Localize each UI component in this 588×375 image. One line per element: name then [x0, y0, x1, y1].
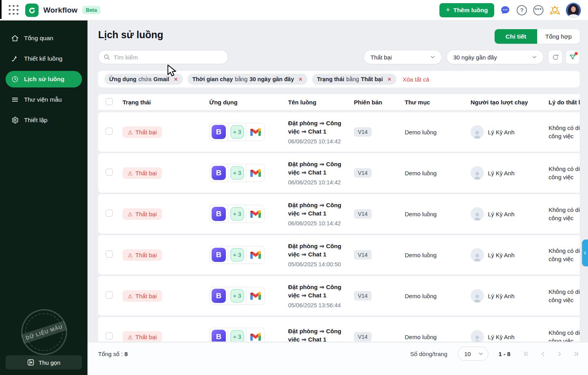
table-header-row: Trạng thái Ứng dụng Tên luồng Phiên bản … — [98, 94, 580, 110]
sidebar: Tổng quan Thiết kế luồng Lịch sử luồng T… — [0, 20, 87, 375]
app-title: Workflow — [43, 6, 78, 15]
column-header-creator: Người tạo lượt chạy — [471, 99, 549, 106]
workflow-logo-icon — [25, 4, 39, 17]
status-filter-dropdown[interactable]: Thất bại — [364, 50, 442, 64]
sidebar-item-label: Tổng quan — [24, 35, 53, 42]
table-row[interactable]: Thất bại B + 3 Đặt phòng ⇒ Công việc ⇒ C… — [98, 276, 580, 316]
more-apps-badge: + 3 — [231, 166, 244, 180]
gmail-icon — [250, 251, 261, 259]
total-count: Tổng số : 8 — [98, 351, 128, 357]
last-page-button[interactable] — [572, 350, 580, 358]
whats-new-icon[interactable] — [549, 5, 560, 16]
prev-page-button[interactable] — [539, 350, 547, 358]
sidebar-item-label: Thiết kế luồng — [24, 55, 62, 62]
gmail-icon — [250, 292, 261, 300]
more-options-icon[interactable]: ••• — [533, 5, 544, 16]
plus-icon: + — [446, 6, 450, 13]
fail-reason: Không có dữ liệu công việc — [549, 206, 580, 222]
fail-reason: Không có dữ liệu công việc — [549, 329, 580, 342]
sidebar-item-label: Thiết lập — [24, 117, 47, 124]
creator-avatar — [471, 207, 484, 221]
row-checkbox[interactable] — [106, 210, 113, 217]
row-checkbox[interactable] — [106, 291, 113, 299]
select-all-checkbox[interactable] — [106, 98, 113, 105]
status-badge: Thất bại — [123, 126, 162, 138]
fail-reason: Không có dữ liệu công việc — [549, 165, 580, 181]
tab-summary[interactable]: Tổng hợp — [537, 29, 580, 44]
status-badge: Thất bại — [123, 167, 162, 179]
sidebar-item-settings[interactable]: Thiết lập — [6, 112, 82, 128]
collapse-icon — [27, 359, 34, 366]
history-icon — [11, 75, 19, 83]
app-icons-group: B + 3 — [209, 205, 265, 223]
fail-reason: Không có dữ liệu công việc — [549, 124, 580, 140]
app-launcher-icon[interactable] — [9, 5, 19, 15]
search-input[interactable] — [98, 50, 228, 64]
collapse-sidebar-button[interactable]: Thu gọn — [6, 355, 82, 369]
user-avatar[interactable] — [566, 3, 581, 18]
filter-chip-status[interactable]: Trạng tháibằngThất bại — [312, 74, 396, 85]
base-app-icon: B — [212, 207, 226, 221]
add-flow-button[interactable]: + Thêm luồng — [439, 3, 494, 17]
row-checkbox[interactable] — [106, 251, 113, 258]
date-range-dropdown[interactable]: 30 ngày gần đây — [447, 50, 543, 64]
app-icons-group: B + 3 — [209, 246, 265, 264]
tab-detail[interactable]: Chi tiết — [495, 29, 537, 44]
sample-data-watermark: DỮ LIỆU MẪU — [15, 303, 73, 361]
filter-chip-app[interactable]: Ứng dụngchứaGmail — [104, 74, 183, 85]
app-icons-group: B + 3 — [209, 328, 265, 342]
creator-name: Lý Kỳ Anh — [488, 170, 515, 176]
main-content: Lịch sử luồng Chi tiết Tổng hợp Thất bại… — [87, 20, 588, 375]
folder-name: Demo luồng — [405, 293, 471, 299]
table-row[interactable]: Thất bại B + 3 Đặt phòng ⇒ Công việc ⇒ C… — [98, 112, 580, 152]
filter-chip-runtime[interactable]: Thời gian chạybằng30 ngày gần đây — [188, 74, 307, 85]
table-row[interactable]: Thất bại B + 3 Đặt phòng ⇒ Công việc ⇒ C… — [98, 194, 580, 234]
more-apps-badge: + 3 — [231, 330, 244, 342]
creator-avatar — [471, 330, 484, 342]
filter-active-dot — [575, 52, 578, 55]
help-icon[interactable]: ? — [516, 5, 527, 16]
version-badge: V14 — [354, 127, 372, 137]
more-apps-badge: + 3 — [231, 125, 244, 139]
version-badge: V14 — [354, 332, 372, 342]
table-row[interactable]: Thất bại B + 3 Đặt phòng ⇒ Công việc ⇒ C… — [98, 153, 580, 193]
search-icon — [103, 54, 110, 61]
next-page-button[interactable] — [555, 350, 563, 358]
rows-per-page-dropdown[interactable]: 10 — [458, 347, 488, 361]
clear-all-filters-link[interactable]: Xóa tất cả — [403, 76, 430, 83]
search-box — [98, 50, 228, 64]
run-datetime: 06/06/2025 10:14:42 — [288, 179, 354, 186]
creator-name: Lý Kỳ Anh — [488, 293, 515, 299]
creator-name: Lý Kỳ Anh — [488, 129, 515, 136]
remove-filter-icon[interactable] — [174, 76, 178, 82]
status-badge: Thất bại — [123, 290, 162, 302]
flow-name: Đặt phòng ⇒ Công việc ⇒ Chat 1 — [288, 160, 348, 176]
status-badge: Thất bại — [123, 249, 162, 261]
table-row[interactable]: Thất bại B + 3 Đặt phòng ⇒ Công việc ⇒ C… — [98, 317, 580, 342]
row-checkbox[interactable] — [106, 128, 113, 135]
base-app-icon: B — [212, 125, 226, 139]
chat-support-icon[interactable] — [500, 5, 511, 16]
version-badge: V14 — [354, 168, 372, 178]
sidebar-item-template-library[interactable]: Thư viện mẫu — [6, 91, 82, 108]
run-datetime: 06/06/2025 10:14:42 — [288, 220, 354, 226]
remove-filter-icon[interactable] — [387, 76, 391, 82]
row-checkbox[interactable] — [106, 169, 113, 176]
row-checkbox[interactable] — [106, 332, 113, 340]
creator-name: Lý Kỳ Anh — [488, 334, 515, 340]
sidebar-item-overview[interactable]: Tổng quan — [6, 30, 82, 46]
more-apps-badge: + 3 — [231, 248, 244, 262]
column-header-flow-name: Tên luồng — [288, 99, 354, 106]
sidebar-item-flow-design[interactable]: Thiết kế luồng — [6, 50, 82, 67]
refresh-button[interactable] — [548, 50, 562, 64]
sidebar-item-flow-history[interactable]: Lịch sử luồng — [6, 71, 82, 87]
column-header-status: Trạng thái — [123, 99, 209, 106]
side-panel-handle[interactable] — [582, 239, 588, 266]
warning-icon — [128, 293, 133, 299]
first-page-button[interactable] — [522, 350, 530, 358]
remove-filter-icon[interactable] — [298, 76, 303, 82]
table-row[interactable]: Thất bại B + 3 Đặt phòng ⇒ Công việc ⇒ C… — [98, 235, 580, 275]
topbar: Workflow Beta + Thêm luồng ? ••• — [0, 0, 588, 20]
version-badge: V14 — [354, 250, 372, 260]
filter-button[interactable] — [566, 50, 580, 64]
